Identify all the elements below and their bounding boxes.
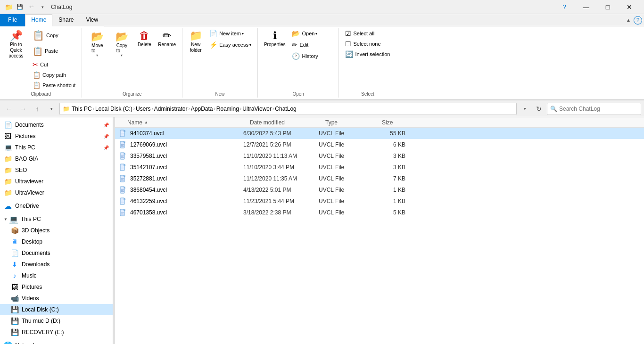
file-row-7[interactable]: 46701358.uvcl 3/18/2022 2:38 PM UVCL Fil…	[115, 207, 644, 218]
sidebar-item-downloads[interactable]: ⬇ Downloads	[0, 259, 113, 270]
cut-btn[interactable]: ✂ Cut	[29, 59, 79, 70]
file-row-6[interactable]: 46132259.uvcl 11/23/2021 5:44 PM UVCL Fi…	[115, 196, 644, 207]
sidebar-item-network[interactable]: 🌐 Network	[0, 340, 113, 344]
sidebar-item-videos[interactable]: 📹 Videos	[0, 293, 113, 304]
search-bar[interactable]: 🔍	[547, 103, 641, 115]
sidebar-item-ultraviewer2[interactable]: 📁 UltraViewer	[0, 187, 113, 198]
undo-qs-btn[interactable]: ↩	[26, 2, 36, 12]
new-buttons: 📁 Newfolder 📄 New item ▾ ⚡ Easy access ▾	[185, 28, 255, 90]
history-btn[interactable]: 🕐 History	[289, 51, 336, 61]
sidebar-item-onedrive[interactable]: ☁ OneDrive	[0, 200, 113, 212]
maximize-btn[interactable]: □	[597, 0, 619, 14]
copy-btn[interactable]: 📋 Copy	[29, 28, 79, 43]
tab-view[interactable]: View	[80, 14, 104, 26]
select-all-btn[interactable]: ☑ Select all	[342, 28, 393, 39]
addr-roaming[interactable]: Roaming	[216, 106, 239, 112]
addr-appdata[interactable]: AppData	[191, 106, 213, 112]
tab-share[interactable]: Share	[52, 14, 80, 26]
addr-chatlog[interactable]: ChatLog	[275, 106, 296, 112]
save-qs-btn[interactable]: 💾	[15, 2, 25, 12]
file-row-5[interactable]: 38680454.uvcl 4/13/2022 5:01 PM UVCL Fil…	[115, 184, 644, 196]
sidebar-item-recovery[interactable]: 💾 RECOVERY (E:)	[0, 327, 113, 338]
up-btn[interactable]: ↑	[31, 103, 43, 115]
recent-locations-btn[interactable]: ▾	[45, 103, 58, 115]
properties-btn[interactable]: ℹ Properties	[261, 28, 289, 50]
pin-quick-access-btn[interactable]: 📌 Pin to Quick access	[3, 28, 29, 61]
sidebar-item-music[interactable]: ♪ Music	[0, 270, 113, 281]
rename-label: Rename	[158, 42, 176, 48]
svg-rect-34	[121, 190, 124, 191]
tab-home[interactable]: Home	[25, 14, 52, 26]
new-folder-btn[interactable]: 📁 Newfolder	[185, 28, 206, 56]
new-item-btn[interactable]: 📄 New item ▾	[206, 28, 255, 39]
addr-administrator[interactable]: Administrator	[154, 106, 188, 112]
edit-btn[interactable]: ✏ Edit	[289, 40, 336, 50]
col-size-header[interactable]: Size	[382, 119, 420, 126]
sidebar-item-documents-pc[interactable]: 📄 Documents	[0, 247, 113, 259]
addr-users[interactable]: Users	[136, 106, 150, 112]
videos-label: Videos	[22, 295, 39, 302]
addr-this-pc[interactable]: This PC	[72, 106, 92, 112]
ribbon-collapse-btn[interactable]: ▲	[623, 16, 634, 24]
forward-btn[interactable]: →	[17, 103, 29, 115]
file-row-2[interactable]: 33579581.uvcl 11/10/2020 11:13 AM UVCL F…	[115, 150, 644, 162]
sidebar-item-local-disk[interactable]: 💾 Local Disk (C:)	[0, 304, 113, 315]
paste-btn[interactable]: 📋 Paste	[29, 44, 79, 58]
addr-ultraviewer[interactable]: UltraViewer	[242, 106, 272, 112]
easy-access-arrow: ▾	[249, 43, 251, 47]
edit-label: Edit	[299, 42, 308, 48]
sidebar-item-ultraviewer1[interactable]: 📁 Ultraviewer	[0, 176, 113, 187]
help-btn[interactable]: ?	[553, 0, 575, 14]
back-btn[interactable]: ←	[3, 103, 15, 115]
file-row-4[interactable]: 35272881.uvcl 11/12/2020 11:35 AM UVCL F…	[115, 173, 644, 184]
file-name-0: 9410374.uvcl	[130, 130, 243, 137]
refresh-btn[interactable]: ↻	[533, 103, 545, 115]
ribbon-help-btn[interactable]: ?	[634, 16, 642, 25]
history-icon: 🕐	[292, 52, 300, 60]
sidebar-item-seo[interactable]: 📁 SEO	[0, 164, 113, 176]
sidebar-item-drive-d[interactable]: 💾 Thu muc D (D:)	[0, 315, 113, 327]
search-input[interactable]	[559, 106, 638, 112]
invert-selection-btn[interactable]: 🔄 Invert selection	[342, 49, 393, 59]
close-btn[interactable]: ✕	[619, 0, 640, 14]
sidebar-item-desktop[interactable]: 🖥 Desktop	[0, 236, 113, 247]
qs-dropdown-btn[interactable]: ▾	[38, 2, 47, 12]
move-to-btn[interactable]: 📂 Moveto ▾	[85, 28, 109, 60]
tab-file[interactable]: File	[0, 14, 25, 26]
file-size-0: 55 KB	[375, 130, 413, 137]
col-type-header[interactable]: Type	[325, 119, 382, 126]
move-arrow: ▾	[96, 53, 98, 57]
main-area: 📄 Documents 📌 🖼 Pictures 📌 💻 This PC 📌 📁…	[0, 117, 644, 344]
sidebar-item-baogian[interactable]: 📁 BAO GIA	[0, 153, 113, 164]
delete-btn[interactable]: 🗑 Delete	[134, 28, 155, 50]
copy-to-arrow: ▾	[121, 53, 123, 57]
file-icon-5	[119, 186, 127, 194]
sidebar-item-3dobjects[interactable]: 📦 3D Objects	[0, 225, 113, 236]
col-date-header[interactable]: Date modified	[250, 119, 325, 126]
copy-path-btn[interactable]: 📋 Copy path	[29, 70, 79, 80]
sidebar-item-thispc-qa[interactable]: 💻 This PC 📌	[0, 142, 113, 153]
addr-local-disk[interactable]: Local Disk (C:)	[95, 106, 132, 112]
select-none-btn[interactable]: ☐ Select none	[342, 39, 393, 49]
address-bar[interactable]: 📁 This PC › Local Disk (C:) › Users › Ad…	[59, 103, 517, 115]
sidebar-item-documents-qa[interactable]: 📄 Documents 📌	[0, 119, 113, 131]
file-size-6: 1 KB	[375, 198, 413, 205]
open-btn[interactable]: 📂 Open ▾	[289, 28, 336, 39]
minimize-btn[interactable]: —	[575, 0, 597, 14]
sidebar-item-pictures-pc[interactable]: 🖼 Pictures	[0, 281, 113, 293]
rename-btn[interactable]: ✏ Rename	[155, 28, 179, 50]
ultraviewer2-icon: 📁	[4, 188, 12, 197]
file-row-1[interactable]: 12769069.uvcl 12/7/2021 5:26 PM UVCL Fil…	[115, 139, 644, 150]
copy-to-btn[interactable]: 📂 Copyto ▾	[109, 28, 134, 60]
copy-to-icon: 📂	[116, 31, 128, 43]
sidebar-item-pictures-qa[interactable]: 🖼 Pictures 📌	[0, 131, 113, 142]
file-row-0[interactable]: 9410374.uvcl 6/30/2022 5:43 PM UVCL File…	[115, 128, 644, 139]
easy-access-btn[interactable]: ⚡ Easy access ▾	[206, 40, 255, 50]
paste-shortcut-btn[interactable]: 📋 Paste shortcut	[29, 80, 79, 90]
sidebar-item-thispc-main[interactable]: ▼ 💻 This PC	[0, 213, 113, 225]
select-none-label: Select none	[353, 41, 380, 47]
file-row-3[interactable]: 35142107.uvcl 11/10/2020 3:44 PM UVCL Fi…	[115, 162, 644, 173]
address-dropdown-btn[interactable]: ▾	[519, 103, 531, 115]
ribbon: File Home Share View ▲ ? 📌 Pin to Quick …	[0, 14, 644, 100]
col-name-header[interactable]: Name ▲	[127, 119, 250, 126]
